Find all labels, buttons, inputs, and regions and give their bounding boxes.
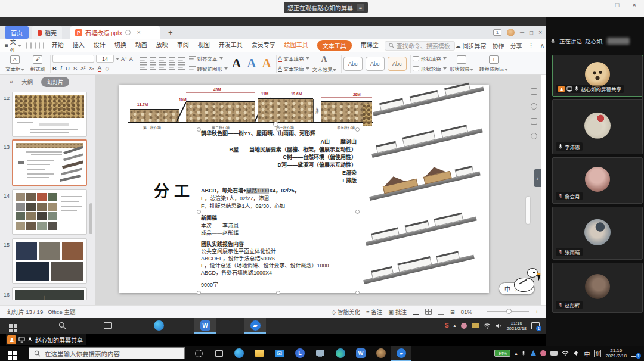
participant-tile[interactable]: 张雨晴 [552,207,643,260]
projection-app[interactable] [310,346,330,361]
text-style-blue[interactable]: A [247,56,256,71]
menu-file[interactable]: ≡ 文件 [5,37,21,55]
shared-wps-button[interactable]: W [194,318,216,334]
shape-outline-button[interactable]: 形状轮廓 [413,65,447,72]
slide-thumbnail-15[interactable] [12,238,87,284]
zoom-in-button[interactable]: + [535,309,538,315]
menu-view[interactable]: 视图 [198,40,210,51]
wifi-icon[interactable] [562,350,569,356]
close-button[interactable]: × [632,1,636,8]
task-line-1[interactable]: ABCD，每处石墙+思路1000X4，02/25， [201,187,300,194]
font-color-button[interactable]: A [98,64,101,72]
screen-share-chip[interactable]: 赵心如的屏幕共享 [6,334,86,345]
slide-thumbnail-14[interactable] [12,189,87,235]
slide-thumbnail-16[interactable] [12,287,87,300]
participant-tile-presenter[interactable]: 赵心如的屏幕共享 [552,55,643,97]
comments-button[interactable]: ▣ 批注 [388,307,407,316]
smart-graphics-button[interactable]: 转智能图形 [189,65,228,72]
layers-pane-icon[interactable] [531,118,537,125]
tray-up-arrow-icon[interactable]: ▴ [515,351,517,356]
task-line-2[interactable]: E，总渲染1人，02/27，沛恩 [201,195,270,202]
superscript-button[interactable]: X² [80,66,85,71]
selection-handle[interactable] [197,127,201,132]
indent-decrease-icon[interactable] [159,57,166,63]
text-style-orange[interactable]: A [262,56,271,71]
menu-rain-classroom[interactable]: 雨课堂 [361,40,379,51]
tab-close-icon[interactable]: × [137,29,141,36]
taskbar-search-box[interactable]: 在这里输入你要搜索的内容 [29,347,185,359]
minimize-button[interactable]: ─ [597,1,602,8]
shared-meeting-button[interactable]: ▰ [244,318,266,334]
menu-animation[interactable]: 动画 [135,40,147,51]
new-tab-button[interactable]: + [168,28,173,37]
shared-search-button[interactable] [51,318,73,334]
participant-tile[interactable]: 李沛恩 [552,99,643,154]
save-icon[interactable] [26,42,27,49]
zoom-level[interactable]: 81% [461,309,472,315]
tray-folder-icon[interactable] [472,323,479,328]
line-e-render[interactable]: E渲染 [342,169,357,176]
line-f-layout[interactable]: F排版 [343,177,357,184]
panel-scrollbar[interactable] [89,203,92,234]
fit-slide-icon[interactable]: ⊞ [450,309,455,315]
font-name-input[interactable] [52,55,94,63]
tray-mic-icon[interactable] [521,350,526,357]
text-outline-button[interactable]: A文本轮廓 [278,65,309,72]
tab-outline[interactable]: 大纲 [21,77,33,86]
shared-taskview-button[interactable] [97,318,118,334]
wps-maximize-button[interactable]: □ [530,29,533,36]
more-icon[interactable]: ⋮ [528,42,534,49]
textbox-tool[interactable]: A 文本框 [2,55,27,72]
normal-view-icon[interactable] [413,309,419,315]
selection-handle[interactable] [355,210,360,214]
report-line-2[interactable]: ABCDEF，设计手法总结500x6 [201,255,275,262]
number-list-icon[interactable] [150,57,156,63]
text-preset-1[interactable]: Abc [343,57,363,71]
selection-handle[interactable] [276,127,280,132]
grow-font-button[interactable]: A⁺ [121,56,128,62]
mail-app[interactable]: ✉ [270,346,290,361]
new-slide-button[interactable]: + [42,293,47,303]
ime-pinyin-indicator[interactable]: 拼 [594,350,601,357]
wps-app[interactable]: W [351,346,371,361]
strikethrough-button[interactable]: S [73,65,77,71]
news-line-2[interactable]: 成品——赵彤辉 [201,229,239,236]
line-c-tree[interactable]: C树——自然环境（偏使用性） [283,154,357,161]
underline-button[interactable]: U [66,65,70,71]
tray-blue-icon[interactable] [530,350,536,356]
total-words[interactable]: 9000字 [201,281,218,288]
selection-handle[interactable] [355,291,360,295]
start-button[interactable] [0,346,20,361]
shrink-font-button[interactable]: A⁻ [129,56,136,62]
avatar-app[interactable] [371,346,391,361]
taskview-button[interactable] [209,346,229,361]
slide-13[interactable]: 13.7M 10M 45M 11M 19.6M 26M 车库 第一段石墙 [119,85,489,293]
tab-document[interactable]: P 石塘改造.pptx × [70,26,160,39]
tray-up-arrow-icon[interactable]: ▴ [454,323,456,328]
share-button[interactable]: 分享 [510,41,522,50]
report-line-1[interactable]: 公共空间展示性平面立体化设计 [201,248,276,255]
format-painter-tool[interactable]: 🖌 格式刷 [27,55,49,72]
shared-edge-button[interactable] [148,318,169,334]
italic-button[interactable]: I [60,66,62,71]
zoom-slider-knob[interactable] [506,309,512,314]
menu-review[interactable]: 审阅 [177,40,189,51]
battery-icon[interactable]: 94% [494,350,510,357]
clear-format-button[interactable]: ◇ [105,65,109,71]
report-title[interactable]: 团队实践报告内容 [201,241,244,248]
align-left-icon[interactable] [140,64,147,70]
line-a-mountain[interactable]: A山——摩诃山 [321,138,357,145]
news-title[interactable]: 新闻稿 [201,214,217,222]
slide-thumbnail-13-selected[interactable] [12,139,87,186]
shape-fill-button[interactable]: 形状填充 [413,55,447,62]
menu-start[interactable]: 开始 [52,40,64,51]
account-avatar[interactable] [507,29,515,36]
subscript-button[interactable]: X₂ [89,66,94,71]
shared-notification-icon[interactable]: 1 [531,322,540,329]
menu-text-tools-active[interactable]: 文本工具 [317,40,352,51]
tray-camera-icon[interactable] [550,351,558,356]
volume-icon[interactable] [496,323,502,329]
convert-graphic-button[interactable]: T 转换成图示 [476,55,512,72]
redo-icon[interactable] [43,42,44,49]
align-text-button[interactable]: 对齐文本 [189,55,223,62]
